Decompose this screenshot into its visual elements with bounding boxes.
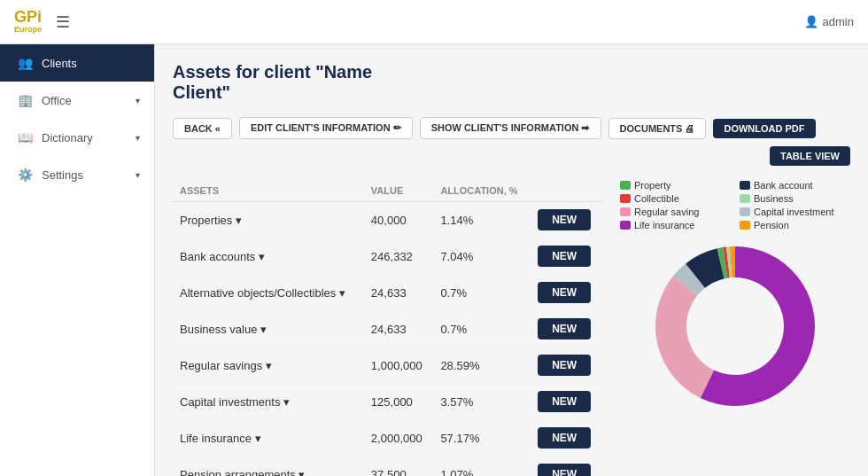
new-asset-button[interactable]: NEW bbox=[538, 209, 591, 230]
donut-segment bbox=[655, 277, 714, 398]
hamburger-menu[interactable]: ☰ bbox=[56, 12, 70, 32]
legend-item: Property bbox=[620, 180, 731, 191]
chart-area: PropertyBank accountCollectibleBusinessR… bbox=[620, 180, 850, 476]
new-button-cell: NEW bbox=[531, 275, 602, 311]
main-content: Assets for client "Name Client" BACK « E… bbox=[155, 44, 868, 476]
asset-allocation: 0.7% bbox=[433, 275, 531, 311]
chevron-down-icon: ▾ bbox=[136, 96, 140, 105]
asset-name: Business value ▾ bbox=[173, 311, 364, 347]
table-row: Regular savings ▾ 1,000,000 28.59% NEW bbox=[173, 347, 602, 384]
asset-allocation: 7.04% bbox=[433, 238, 531, 275]
show-client-button[interactable]: SHOW CLIENT'S INFORMATION ➡ bbox=[420, 117, 601, 139]
new-asset-button[interactable]: NEW bbox=[538, 355, 591, 376]
new-button-cell: NEW bbox=[531, 202, 602, 238]
new-asset-button[interactable]: NEW bbox=[538, 464, 591, 476]
back-button[interactable]: BACK « bbox=[173, 118, 232, 139]
legend-label: Life insurance bbox=[634, 220, 695, 230]
asset-allocation: 0.7% bbox=[433, 311, 531, 347]
legend-color bbox=[740, 221, 750, 230]
sidebar-item-label: Settings bbox=[42, 168, 127, 182]
col-value: VALUE bbox=[364, 180, 434, 202]
assets-table: ASSETS VALUE ALLOCATION, % Properties ▾ … bbox=[173, 180, 602, 476]
legend-item: Life insurance bbox=[620, 220, 731, 230]
settings-icon: ⚙️ bbox=[17, 167, 33, 183]
asset-name: Capital investments ▾ bbox=[173, 384, 364, 420]
legend-label: Regular saving bbox=[634, 207, 699, 217]
user-label: admin bbox=[823, 15, 854, 28]
new-button-cell: NEW bbox=[531, 456, 602, 477]
legend-color bbox=[620, 181, 631, 190]
asset-allocation: 28.59% bbox=[433, 347, 531, 384]
edit-client-button[interactable]: EDIT CLIENT'S INFORMATION ✏ bbox=[239, 117, 413, 139]
legend-item: Bank account bbox=[740, 180, 850, 191]
chevron-down-icon: ▾ bbox=[136, 170, 140, 180]
sidebar-item-settings[interactable]: ⚙️ Settings ▾ bbox=[0, 156, 154, 193]
asset-value: 1,000,000 bbox=[364, 347, 434, 384]
new-asset-button[interactable]: NEW bbox=[538, 427, 591, 449]
legend-label: Capital investment bbox=[754, 207, 834, 217]
legend-item: Regular saving bbox=[620, 207, 731, 217]
asset-name: Bank accounts ▾ bbox=[173, 238, 364, 275]
legend-label: Property bbox=[634, 180, 671, 191]
asset-value: 24,633 bbox=[364, 275, 434, 311]
asset-value: 24,633 bbox=[364, 311, 434, 347]
new-asset-button[interactable]: NEW bbox=[538, 282, 591, 303]
asset-allocation: 3.57% bbox=[433, 384, 531, 420]
new-button-cell: NEW bbox=[531, 420, 602, 456]
sidebar-item-label: Office bbox=[42, 94, 127, 107]
legend-color bbox=[740, 181, 750, 190]
table-row: Properties ▾ 40,000 1.14% NEW bbox=[173, 202, 602, 238]
asset-allocation: 1.07% bbox=[433, 456, 531, 477]
table-row: Life insurance ▾ 2,000,000 57.17% NEW bbox=[173, 420, 602, 456]
user-menu[interactable]: 👤 admin bbox=[804, 15, 854, 28]
new-button-cell: NEW bbox=[531, 384, 602, 420]
table-row: Business value ▾ 24,633 0.7% NEW bbox=[173, 311, 602, 347]
asset-allocation: 1.14% bbox=[433, 202, 531, 238]
table-row: Alternative objects/Collectibles ▾ 24,63… bbox=[173, 275, 602, 311]
sidebar-item-office[interactable]: 🏢 Office ▾ bbox=[0, 82, 154, 119]
table-row: Pension arrangements ▾ 37,500 1.07% NEW bbox=[173, 456, 602, 477]
logo: GPi Europe bbox=[14, 9, 42, 35]
asset-name: Pension arrangements ▾ bbox=[173, 456, 364, 477]
legend-item: Capital investment bbox=[740, 207, 850, 217]
new-asset-button[interactable]: NEW bbox=[538, 318, 591, 339]
legend-label: Bank account bbox=[754, 180, 813, 191]
table-row: Capital investments ▾ 125,000 3.57% NEW bbox=[173, 384, 602, 420]
user-icon: 👤 bbox=[804, 15, 818, 28]
asset-name: Alternative objects/Collectibles ▾ bbox=[173, 275, 364, 311]
col-action bbox=[531, 180, 602, 202]
legend-item: Pension bbox=[740, 220, 850, 230]
asset-value: 37,500 bbox=[364, 456, 434, 477]
page-title: Assets for client "Name Client" bbox=[173, 62, 850, 103]
donut-chart bbox=[620, 238, 850, 415]
clients-icon: 👥 bbox=[17, 55, 33, 71]
asset-name: Properties ▾ bbox=[173, 202, 364, 238]
chevron-down-icon: ▾ bbox=[136, 133, 140, 143]
legend-label: Collectible bbox=[634, 193, 679, 204]
legend-color bbox=[740, 207, 750, 216]
legend-item: Business bbox=[740, 193, 850, 204]
sidebar: 👥 Clients 🏢 Office ▾ 📖 Dictionary ▾ ⚙️ S… bbox=[0, 44, 155, 476]
sidebar-item-label: Dictionary bbox=[42, 131, 127, 144]
sidebar-item-clients[interactable]: 👥 Clients bbox=[0, 44, 154, 82]
legend-color bbox=[620, 194, 631, 203]
legend-color bbox=[620, 221, 631, 230]
assets-section: ASSETS VALUE ALLOCATION, % Properties ▾ … bbox=[173, 180, 850, 476]
col-assets: ASSETS bbox=[173, 180, 364, 202]
legend-label: Business bbox=[754, 193, 794, 204]
legend-color bbox=[620, 207, 631, 216]
new-asset-button[interactable]: NEW bbox=[538, 246, 591, 267]
asset-value: 40,000 bbox=[364, 202, 434, 238]
table-view-button[interactable]: TABLE VIEW bbox=[770, 146, 850, 166]
sidebar-item-dictionary[interactable]: 📖 Dictionary ▾ bbox=[0, 119, 154, 156]
download-pdf-button[interactable]: DOWNLOAD PDF bbox=[713, 119, 815, 138]
legend-label: Pension bbox=[754, 220, 789, 230]
documents-button[interactable]: DOCUMENTS 🖨 bbox=[608, 118, 707, 139]
asset-allocation: 57.17% bbox=[433, 420, 531, 456]
new-button-cell: NEW bbox=[531, 347, 602, 384]
new-asset-button[interactable]: NEW bbox=[538, 391, 591, 412]
asset-value: 2,000,000 bbox=[364, 420, 434, 456]
action-bar: BACK « EDIT CLIENT'S INFORMATION ✏ SHOW … bbox=[173, 117, 850, 166]
asset-value: 246,332 bbox=[364, 238, 434, 275]
col-allocation: ALLOCATION, % bbox=[433, 180, 531, 202]
